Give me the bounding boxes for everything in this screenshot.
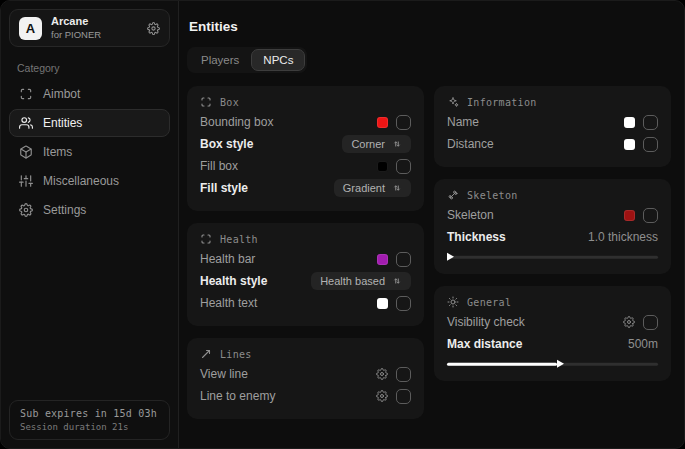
fill-box-row: Fill box: [200, 155, 411, 177]
sub-expires-text: Sub expires in 15d 03h: [20, 408, 159, 419]
bounding-box-checkbox[interactable]: [396, 115, 411, 130]
box-style-value: Corner: [351, 138, 385, 150]
sidebar-nav: Aimbot Entities Items Miscellaneous: [9, 80, 170, 224]
sidebar-item-settings[interactable]: Settings: [9, 196, 170, 224]
box-style-dropdown[interactable]: Corner: [342, 135, 411, 153]
tab-bar: Players NPCs: [187, 47, 307, 73]
thickness-label: Thickness: [447, 230, 506, 244]
bounding-box-row: Bounding box: [200, 111, 411, 133]
items-package-icon: [19, 145, 33, 159]
settings-gear-icon: [19, 203, 33, 217]
name-row: Name: [447, 111, 658, 133]
tab-players[interactable]: Players: [189, 49, 251, 71]
fill-style-label: Fill style: [200, 181, 248, 195]
health-text-color-swatch[interactable]: [377, 298, 388, 309]
lines-card-header: Lines: [200, 348, 411, 360]
box-brackets-icon: [200, 96, 212, 108]
name-checkbox[interactable]: [643, 115, 658, 130]
skeleton-card-title: Skeleton: [467, 190, 518, 201]
health-text-label: Health text: [200, 296, 257, 310]
max-distance-row: Max distance 500m: [447, 333, 658, 355]
thickness-slider-track: [447, 256, 658, 259]
sidebar-item-label: Aimbot: [43, 87, 80, 101]
lines-diagonal-icon: [200, 348, 212, 360]
distance-row: Distance: [447, 133, 658, 155]
view-line-row: View line: [200, 363, 411, 385]
thickness-slider-thumb[interactable]: [447, 253, 454, 261]
fill-style-dropdown[interactable]: Gradient: [334, 179, 411, 197]
skeleton-card: Skeleton Skeleton Thickness 1.0 thicknes…: [434, 179, 671, 274]
right-column: Information Name Distance: [434, 86, 671, 419]
view-line-gear-icon[interactable]: [376, 368, 388, 380]
max-distance-slider-thumb[interactable]: [557, 360, 564, 368]
box-style-row: Box style Corner: [200, 133, 411, 155]
distance-checkbox[interactable]: [643, 137, 658, 152]
sidebar-item-entities[interactable]: Entities: [9, 109, 170, 137]
fill-box-color-swatch[interactable]: [377, 161, 388, 172]
bounding-box-label: Bounding box: [200, 115, 273, 129]
app-subtitle: for PIONER: [51, 29, 138, 41]
box-style-label: Box style: [200, 137, 253, 151]
distance-color-swatch[interactable]: [624, 139, 635, 150]
bounding-box-color-swatch[interactable]: [377, 117, 388, 128]
updown-arrows-icon: [392, 139, 402, 149]
skeleton-label: Skeleton: [447, 208, 494, 222]
fill-box-label: Fill box: [200, 159, 238, 173]
view-line-checkbox[interactable]: [396, 367, 411, 382]
subscription-card: Sub expires in 15d 03h Session duration …: [9, 400, 170, 440]
visibility-check-label: Visibility check: [447, 315, 525, 329]
misc-sliders-icon: [19, 174, 33, 188]
line-to-enemy-checkbox[interactable]: [396, 389, 411, 404]
general-sun-icon: [447, 296, 459, 308]
health-card-header: Health: [200, 233, 411, 245]
health-text-checkbox[interactable]: [396, 296, 411, 311]
tab-npcs[interactable]: NPCs: [251, 49, 305, 71]
health-card: Health Health bar Health style Health ba…: [187, 223, 424, 326]
name-color-swatch[interactable]: [624, 117, 635, 128]
information-sparkle-icon: [447, 96, 459, 108]
app-window: A Arcane for PIONER Category Aimbot: [0, 0, 685, 449]
app-header-card: A Arcane for PIONER: [9, 9, 170, 47]
header-gear-icon[interactable]: [147, 22, 160, 35]
sidebar-item-label: Items: [43, 145, 72, 159]
line-to-enemy-row: Line to enemy: [200, 385, 411, 407]
thickness-value: 1.0 thickness: [588, 230, 658, 244]
sidebar-item-aimbot[interactable]: Aimbot: [9, 80, 170, 108]
thickness-slider[interactable]: [447, 252, 658, 262]
general-card: General Visibility check Max distance: [434, 286, 671, 381]
health-bar-color-swatch[interactable]: [377, 254, 388, 265]
max-distance-slider[interactable]: [447, 359, 658, 369]
information-card-header: Information: [447, 96, 658, 108]
session-duration-text: Session duration 21s: [20, 422, 159, 432]
visibility-check-checkbox[interactable]: [643, 315, 658, 330]
health-style-dropdown[interactable]: Health based: [311, 272, 411, 290]
health-style-row: Health style Health based: [200, 270, 411, 292]
category-label: Category: [17, 62, 162, 74]
skeleton-checkbox[interactable]: [643, 208, 658, 223]
information-card: Information Name Distance: [434, 86, 671, 167]
health-style-label: Health style: [200, 274, 267, 288]
thickness-row: Thickness 1.0 thickness: [447, 226, 658, 248]
max-distance-label: Max distance: [447, 337, 522, 351]
line-to-enemy-gear-icon[interactable]: [376, 390, 388, 402]
left-column: Box Bounding box Box style Corner: [187, 86, 424, 419]
view-line-label: View line: [200, 367, 248, 381]
aimbot-scan-icon: [19, 87, 33, 101]
card-columns: Box Bounding box Box style Corner: [187, 86, 671, 419]
main-panel: Entities Players NPCs Box Bounding box: [179, 1, 684, 448]
box-card-header: Box: [200, 96, 411, 108]
health-brackets-icon: [200, 233, 212, 245]
line-to-enemy-label: Line to enemy: [200, 389, 275, 403]
box-card: Box Bounding box Box style Corner: [187, 86, 424, 211]
sidebar-item-miscellaneous[interactable]: Miscellaneous: [9, 167, 170, 195]
lines-card-title: Lines: [220, 349, 252, 360]
name-label: Name: [447, 115, 479, 129]
sidebar-item-items[interactable]: Items: [9, 138, 170, 166]
fill-box-checkbox[interactable]: [396, 159, 411, 174]
sidebar-item-label: Settings: [43, 203, 86, 217]
visibility-gear-icon[interactable]: [623, 316, 635, 328]
skeleton-color-swatch[interactable]: [624, 210, 635, 221]
skeleton-row: Skeleton: [447, 204, 658, 226]
app-title-block: Arcane for PIONER: [51, 15, 138, 41]
health-bar-checkbox[interactable]: [396, 252, 411, 267]
